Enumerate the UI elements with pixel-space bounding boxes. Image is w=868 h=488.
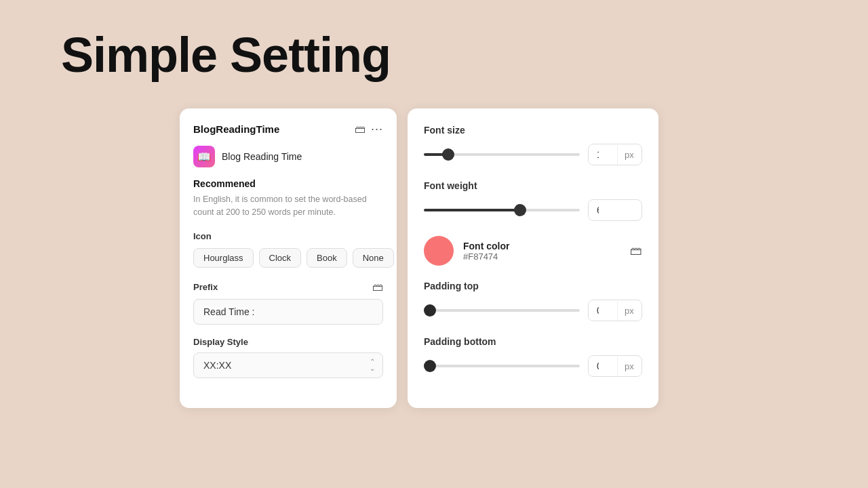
recommended-desc: In English, it is common to set the word…: [193, 193, 383, 219]
font-weight-setting: Font weight: [424, 180, 642, 221]
prefix-label: Prefix: [193, 282, 218, 292]
padding-top-value-input[interactable]: [589, 300, 617, 321]
font-color-name: Font color: [463, 241, 620, 251]
font-color-hex: #F87474: [463, 251, 620, 262]
icon-section-label: Icon: [193, 231, 383, 241]
icon-btn-hourglass[interactable]: Hourglass: [193, 248, 254, 268]
display-style-wrapper: XX:XX X min X minutes: [193, 352, 383, 378]
card-header: BlogReadingTime 🗃 ···: [193, 122, 383, 136]
icon-btn-clock[interactable]: Clock: [259, 248, 302, 268]
plugin-name: Blog Reading Time: [222, 151, 302, 162]
recommended-label: Recommened: [193, 178, 383, 189]
icon-buttons-group: Hourglass Clock Book None: [193, 248, 383, 268]
card-header-icons: 🗃 ···: [355, 122, 383, 136]
padding-bottom-value-box: px: [588, 355, 642, 377]
font-size-label: Font size: [424, 125, 642, 136]
display-style-label: Display Style: [193, 337, 383, 347]
cards-container: BlogReadingTime 🗃 ··· 📖 Blog Reading Tim…: [180, 108, 658, 408]
padding-top-label: Padding top: [424, 281, 642, 291]
padding-top-slider-row: px: [424, 300, 642, 321]
icon-btn-book[interactable]: Book: [307, 248, 347, 268]
padding-top-setting: Padding top px: [424, 281, 642, 321]
prefix-db-icon[interactable]: 🗃: [372, 281, 383, 293]
more-options-icon[interactable]: ···: [371, 122, 383, 136]
font-weight-label: Font weight: [424, 180, 642, 191]
font-color-info: Font color #F87474: [463, 241, 620, 262]
font-weight-slider[interactable]: [424, 209, 580, 211]
padding-bottom-value-input[interactable]: [589, 356, 617, 376]
font-size-unit: px: [617, 145, 641, 165]
font-color-row[interactable]: Font color #F87474 🗃: [424, 236, 642, 266]
font-color-db-icon[interactable]: 🗃: [630, 244, 642, 258]
card-title: BlogReadingTime: [193, 123, 279, 135]
font-size-value-input[interactable]: [589, 144, 617, 165]
display-style-select[interactable]: XX:XX X min X minutes: [193, 352, 383, 378]
font-size-slider-row: px: [424, 144, 642, 165]
plugin-icon: 📖: [193, 146, 215, 167]
font-weight-value-input[interactable]: [589, 200, 617, 220]
database-icon[interactable]: 🗃: [355, 123, 366, 136]
padding-bottom-unit: px: [617, 357, 641, 376]
left-card: BlogReadingTime 🗃 ··· 📖 Blog Reading Tim…: [180, 108, 397, 408]
plugin-icon-symbol: 📖: [197, 150, 211, 163]
padding-bottom-label: Padding bottom: [424, 336, 642, 347]
prefix-input[interactable]: [193, 299, 383, 325]
font-weight-value-box: [588, 199, 642, 221]
padding-top-slider[interactable]: [424, 309, 580, 312]
icon-btn-none[interactable]: None: [353, 248, 394, 268]
plugin-row: 📖 Blog Reading Time: [193, 146, 383, 167]
font-size-setting: Font size px: [424, 125, 642, 165]
padding-top-unit: px: [617, 301, 641, 321]
padding-bottom-setting: Padding bottom px: [424, 336, 642, 377]
font-size-value-box: px: [588, 144, 642, 165]
font-size-slider[interactable]: [424, 153, 580, 156]
padding-top-value-box: px: [588, 300, 642, 321]
padding-bottom-slider[interactable]: [424, 365, 580, 367]
padding-bottom-slider-row: px: [424, 355, 642, 377]
font-color-swatch[interactable]: [424, 236, 454, 266]
page-title: Simple Setting: [61, 27, 391, 83]
right-card: Font size px Font weight F: [408, 108, 658, 408]
prefix-row: Prefix 🗃: [193, 281, 383, 293]
font-weight-slider-row: [424, 199, 642, 221]
